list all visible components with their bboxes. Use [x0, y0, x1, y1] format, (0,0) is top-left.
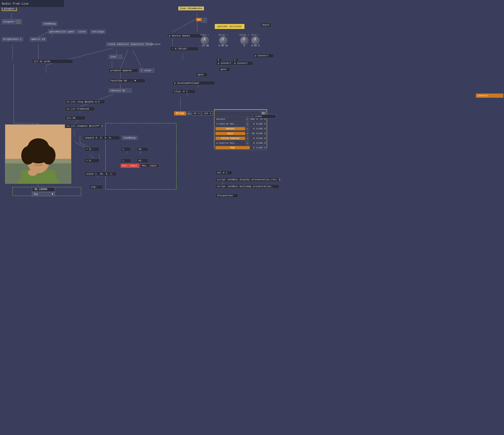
cv-ravg-node[interactable]: cv.jit.ravg @alpha 0.5 — [65, 100, 105, 104]
map-pct2-hybrid2: 100 % — [258, 142, 266, 144]
prepend-append-node[interactable]: prepend append — [109, 69, 138, 73]
map-row-hybrid2: A-Hybrid Rev... ⊗ 0 % 100 % — [215, 141, 267, 146]
jit-qt-grab-node[interactable]: jit.qt.grab — [32, 59, 73, 63]
live-thisdevice-node[interactable]: live.thisdevice — [178, 6, 204, 10]
map-x-output[interactable]: ⊗ — [246, 117, 249, 121]
scale-node[interactable]: scale 1. 40. 0. 1. — [85, 172, 117, 176]
map-pct1-pitch: 0 % — [250, 137, 258, 140]
clip-node[interactable]: clip~ 0 1 — [172, 89, 195, 94]
fps-display: 30.19090 fps ▼ — [32, 187, 55, 196]
brightness-node[interactable]: brightness 1 — [2, 37, 23, 41]
p-convert3-node[interactable]: p Convert — [253, 54, 274, 58]
p-convert2-node[interactable]: p Convert — [233, 61, 253, 65]
plus2-node[interactable]: + 0. — [85, 159, 99, 163]
map-x-hybrid2[interactable]: ⊗ — [246, 141, 249, 145]
map-label-pitch: Pitch Coarse — [216, 137, 245, 140]
close-node[interactable]: close — [77, 30, 87, 34]
delay2-knob-label: Delay ▪ — [239, 34, 249, 36]
gain-knob-value: -13 dB — [201, 44, 209, 47]
plus1-node[interactable]: + 0. — [85, 147, 99, 151]
delay1-knob-label: Delay ▪ — [218, 34, 228, 36]
cv-framesub-node[interactable]: cv.jit.framesub — [65, 107, 95, 111]
jit-3m-node[interactable]: jit.3m — [65, 116, 85, 120]
delay2-knob-container: Delay ▪ 0 — [239, 34, 249, 47]
drive-label: Drive — [174, 111, 186, 115]
settings-node[interactable]: settings — [90, 30, 106, 34]
plugout-x-button[interactable]: ✕ — [17, 20, 20, 24]
dspst-node[interactable]: dspst — [261, 23, 271, 27]
val1-2-node[interactable]: 1. — [121, 159, 131, 163]
val1-load-node[interactable]: 1. — [121, 147, 131, 151]
drive-x-button[interactable]: ⊗ — [187, 111, 191, 115]
vdevice-node[interactable]: vdevice $1 — [109, 88, 132, 93]
gain-knob[interactable] — [201, 36, 209, 44]
delay1-knob[interactable] — [219, 36, 227, 44]
unpack-node[interactable]: unpack 0. 0. 0. 0. — [83, 136, 120, 140]
map-pct1-hybrid1: 0 % — [250, 122, 258, 125]
max-input-node[interactable]: Max. input — [140, 164, 159, 168]
delay1-knob-value: 0.00 ms — [218, 44, 228, 47]
map-pct1-gain: 50 % — [250, 132, 258, 135]
script-multimap-node[interactable]: script sendbox multimap presentation_ — [215, 184, 279, 189]
iter-node[interactable]: iter — [109, 55, 122, 59]
drive-pct1: 50 % — [192, 111, 201, 115]
fps-value: 30.19090 — [32, 187, 55, 192]
title-text: Audio from Live — [2, 2, 28, 6]
min-input-node[interactable]: Min. input — [121, 164, 139, 168]
gain-knob-label: Gain ▪ — [201, 34, 209, 36]
delay2-knob-value: 0 — [243, 44, 245, 47]
map-pct2-amount: 100 % — [258, 127, 266, 130]
map-label-hybrid2: A-Hybrid Rev... — [216, 141, 245, 145]
map-pct1-hybrid2: 0 % — [250, 142, 258, 144]
patch-canvas: plugin~ plugout~ ✕ loadbang brightness 1… — [0, 0, 504, 435]
thispatcher-node[interactable]: thispatcher — [215, 193, 238, 198]
delay2-knob[interactable] — [240, 36, 248, 44]
drive-pct2: 100 % — [202, 111, 213, 115]
patcher-activate-node[interactable]: patcher Activate — [215, 24, 244, 29]
convert-button[interactable]: Convert — [476, 94, 503, 98]
rise-knob-container: Rise ▪ 0.00 % — [251, 34, 260, 47]
map-row-amount: Amount ⊗ 0 % 100 % — [215, 126, 267, 131]
map-x-amount[interactable]: ⊗ — [246, 127, 249, 130]
ms-node[interactable]: ms — [196, 18, 202, 21]
open-node[interactable]: open — [66, 30, 75, 34]
music-note-node[interactable]: ♪ — [201, 18, 207, 23]
rise-knob-label: Rise ▪ — [251, 34, 260, 36]
facetime-node[interactable]: FaceTime HD ... ▼ — [109, 79, 145, 83]
sig-node[interactable]: sig~ — [89, 185, 103, 189]
map-x-gain[interactable]: ⊗ — [246, 132, 249, 135]
map-label-hybrid1: A-Hybrid Rev... — [216, 122, 245, 126]
value-707-node[interactable]: ~ 0.707107 — [170, 47, 199, 51]
map-x-pitch[interactable]: ⊗ — [246, 137, 249, 140]
gate1-node[interactable]: gate — [196, 73, 207, 77]
gate2-node[interactable]: gate — [219, 67, 230, 71]
loadbang2-node[interactable]: loadbang — [122, 136, 138, 140]
map-pct2-map: 100 % — [258, 146, 266, 149]
cv-lowpass-node[interactable]: cv.jit.lowpass @cutoff 1 — [65, 124, 101, 128]
p-envelope-node[interactable]: p envelopeFolower — [172, 81, 215, 85]
route-node[interactable]: route vdevlist inputlist formatlist — [106, 42, 152, 46]
val40-load-node[interactable]: 40. — [137, 147, 148, 151]
rise-knob[interactable] — [251, 36, 260, 44]
map-label-output: Output — [216, 118, 245, 121]
sel-node[interactable]: sel 0 1 — [215, 171, 232, 175]
plugout-node[interactable]: plugout~ ✕ — [2, 19, 22, 24]
map-row-map: Map 0 % 100 % — [215, 146, 267, 150]
rise-knob-value: 0.00 % — [251, 44, 260, 47]
loadbang1-node[interactable]: loadbang — [42, 22, 57, 26]
fps-select[interactable]: fps ▼ — [32, 192, 55, 196]
t-clear-node[interactable]: t clear — [139, 69, 154, 73]
map-label-gain: Gain — [216, 132, 245, 135]
map-row-pitch: Pitch Coarse ⊗ 0 % 100 % — [215, 136, 267, 141]
title-bar: Audio from Live — [0, 0, 64, 8]
val40-2-node[interactable]: 40. — [137, 159, 148, 163]
map-x-hybrid1[interactable]: ⊗ — [246, 122, 249, 126]
getvdevlist-node[interactable]: getvdevlist — [48, 30, 68, 34]
qmetro-node[interactable]: qmetro 33 — [30, 37, 46, 41]
map-label-amount: Amount — [216, 127, 245, 130]
map-label-map: Map — [216, 146, 250, 149]
script-display-node[interactable]: script sendbox display presentation_rect… — [215, 178, 279, 182]
map-pct2-hybrid1: 100 % — [258, 122, 266, 125]
p-device-banks-node[interactable]: p Device Banks — [167, 34, 203, 38]
drive-control[interactable]: Drive ⊗ 50 % 100 % — [174, 111, 213, 115]
